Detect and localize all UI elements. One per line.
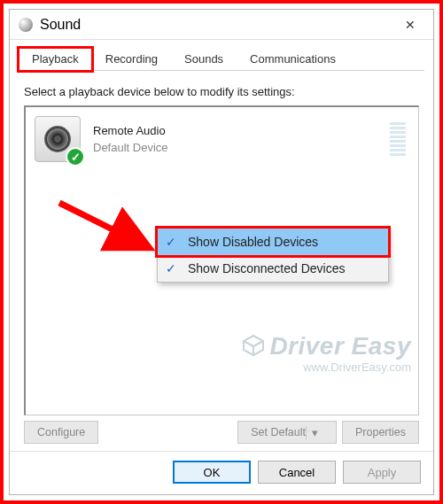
dialog-footer: OK Cancel Apply	[10, 451, 433, 494]
cancel-button[interactable]: Cancel	[258, 461, 336, 484]
watermark: Driver Easy www.DriverEasy.com	[241, 332, 411, 374]
device-button-row: Configure Set Default ▾ Properties	[24, 415, 419, 444]
app-icon	[19, 18, 33, 32]
svg-line-0	[59, 203, 144, 245]
tab-recording[interactable]: Recording	[92, 48, 171, 71]
title-bar: Sound ✕	[10, 10, 433, 40]
level-meter-icon	[390, 122, 409, 156]
annotation-frame: Sound ✕ Playback Recording Sounds Commun…	[0, 0, 443, 504]
default-check-icon: ✓	[66, 147, 85, 167]
window-title: Sound	[40, 17, 81, 33]
menu-label: Show Disabled Devices	[188, 235, 318, 249]
menu-show-disabled[interactable]: ✓ Show Disabled Devices	[158, 229, 388, 255]
apply-button[interactable]: Apply	[343, 461, 421, 484]
device-text: Remote Audio Default Device	[93, 124, 168, 154]
speaker-icon: ✓	[35, 116, 81, 162]
device-row[interactable]: ✓ Remote Audio Default Device	[35, 116, 409, 162]
tab-playback[interactable]: Playback	[19, 48, 92, 71]
check-icon: ✓	[163, 261, 179, 275]
cube-icon	[241, 334, 266, 357]
tab-communications[interactable]: Communications	[237, 48, 349, 71]
device-status: Default Device	[93, 141, 168, 154]
context-menu: ✓ Show Disabled Devices ✓ Show Disconnec…	[157, 228, 389, 283]
tab-sounds[interactable]: Sounds	[171, 48, 237, 71]
ok-button[interactable]: OK	[173, 461, 251, 484]
configure-button[interactable]: Configure	[24, 421, 98, 444]
device-name: Remote Audio	[93, 124, 168, 137]
tab-body: Select a playback device below to modify…	[10, 71, 433, 451]
tab-strip: Playback Recording Sounds Communications	[19, 47, 424, 71]
set-default-button[interactable]: Set Default ▾	[237, 421, 337, 444]
device-list[interactable]: ✓ Remote Audio Default Device	[24, 105, 419, 415]
menu-show-disconnected[interactable]: ✓ Show Disconnected Devices	[158, 255, 388, 282]
chevron-down-icon[interactable]: ▾	[306, 426, 323, 439]
check-icon: ✓	[163, 235, 179, 249]
menu-label: Show Disconnected Devices	[188, 261, 345, 275]
sound-dialog: Sound ✕ Playback Recording Sounds Commun…	[9, 9, 434, 495]
close-button[interactable]: ✕	[396, 14, 424, 35]
instruction-text: Select a playback device below to modify…	[24, 85, 419, 98]
properties-button[interactable]: Properties	[342, 421, 419, 444]
annotation-arrow	[52, 196, 159, 270]
